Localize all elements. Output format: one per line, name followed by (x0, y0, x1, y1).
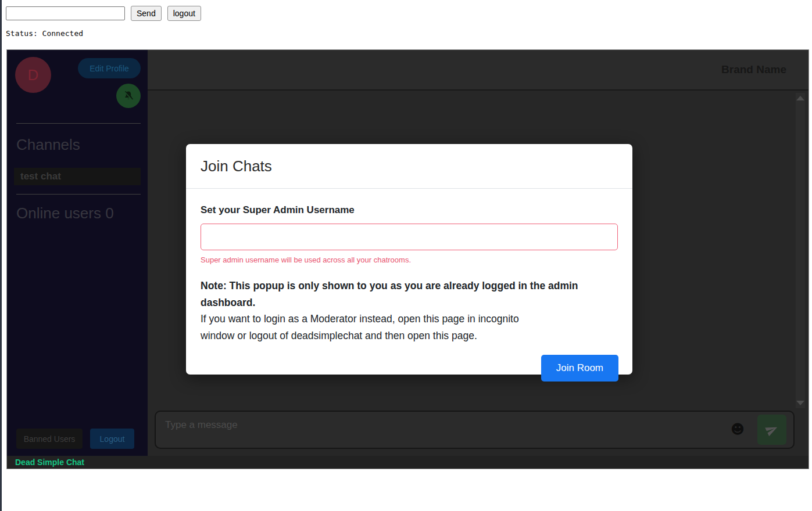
message-test-input[interactable] (6, 6, 125, 20)
modal-header: Join Chats (186, 144, 632, 189)
emoji-picker-button[interactable]: ☻ (727, 422, 748, 437)
connection-status: Status: Connected (6, 29, 83, 38)
sidebar-divider (16, 123, 141, 124)
chat-logout-button[interactable]: Logout (90, 429, 134, 449)
sidebar-bottom-actions: Banned Users Logout (16, 429, 134, 449)
chat-sidebar: D Edit Profile Channels test chat Online… (7, 50, 148, 456)
modal-body: Set your Super Admin Username Super admi… (186, 189, 632, 360)
message-composer[interactable]: Type a message ☻ (155, 411, 795, 449)
username-label: Set your Super Admin Username (201, 204, 618, 216)
messages-scrollbar[interactable] (796, 93, 805, 408)
paper-plane-icon (766, 423, 778, 436)
notifications-off-icon (123, 90, 134, 102)
join-chats-modal: Join Chats Set your Super Admin Username… (186, 144, 632, 375)
window-left-border (0, 0, 2, 511)
modal-note-bold: Note: This popup is only shown to you as… (201, 278, 618, 311)
banned-users-button[interactable]: Banned Users (16, 429, 83, 449)
modal-note-text: If you want to login as a Moderator inst… (201, 311, 539, 344)
avatar[interactable]: D (15, 57, 51, 93)
send-button[interactable]: Send (131, 6, 162, 21)
send-message-button[interactable] (757, 415, 786, 445)
online-users-heading: Online users 0 (16, 204, 114, 222)
brand-name: Brand Name (721, 63, 786, 76)
edit-profile-button[interactable]: Edit Profile (78, 58, 141, 78)
modal-title: Join Chats (201, 157, 618, 175)
message-input-placeholder: Type a message (165, 419, 238, 431)
mute-notifications-button[interactable] (116, 84, 141, 108)
sidebar-divider (16, 194, 141, 195)
scroll-down-icon[interactable] (796, 401, 804, 405)
join-room-button[interactable]: Join Room (541, 355, 618, 382)
scroll-up-icon[interactable] (796, 96, 804, 100)
top-demo-bar: Send logout (6, 6, 201, 21)
super-admin-username-input[interactable] (201, 224, 618, 250)
dead-simple-chat-branding: Dead Simple Chat (7, 456, 809, 469)
logout-button[interactable]: logout (167, 6, 201, 21)
username-helper-text: Super admin username will be used across… (201, 256, 618, 264)
channel-item-test-chat[interactable]: test chat (14, 168, 141, 185)
chat-header: Brand Name (148, 50, 809, 91)
channels-heading: Channels (16, 136, 80, 154)
